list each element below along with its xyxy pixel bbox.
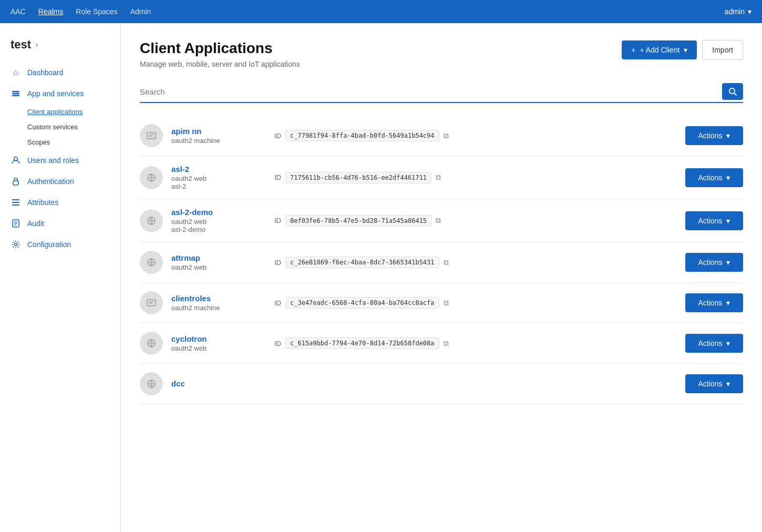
svg-rect-2: [12, 95, 19, 97]
sidebar-item-attributes[interactable]: Attributes: [0, 192, 120, 213]
svg-line-14: [734, 93, 736, 95]
actions-button[interactable]: Actions ▾: [685, 253, 743, 272]
client-type: oauth2 machine: [171, 137, 266, 145]
client-row: cyclotron oauth2 web ID c_615a9bbd-7794-…: [140, 323, 743, 364]
add-client-button[interactable]: + + Add Client ▾: [622, 40, 697, 59]
copy-icon[interactable]: ⧉: [444, 299, 449, 308]
search-icon: [728, 87, 737, 96]
web-icon: [140, 332, 163, 355]
star-icon: ☆: [11, 67, 21, 78]
sidebar-sub-scopes[interactable]: Scopes: [27, 135, 120, 150]
sidebar-label-dashboard: Dashboard: [27, 68, 64, 77]
client-slug: asl-2: [171, 182, 266, 190]
client-row: dcc Actions ▾: [140, 364, 743, 404]
client-name[interactable]: asl-2: [171, 165, 266, 173]
client-info: asl-2 oauth2 web asl-2: [171, 165, 266, 190]
page-subtitle: Manage web, mobile, server and IoT appli…: [140, 60, 300, 68]
sidebar-item-dashboard[interactable]: ☆ Dashboard: [0, 62, 120, 83]
web-icon: [140, 251, 163, 274]
nav-aac[interactable]: AAC: [11, 7, 26, 16]
client-info: cyclotron oauth2 web: [171, 334, 266, 352]
svg-rect-19: [147, 300, 156, 306]
copy-icon[interactable]: ⧉: [444, 131, 449, 140]
copy-icon[interactable]: ⧉: [444, 339, 449, 348]
client-id-value: c_615a9bbd-7794-4e70-8d14-72b658fde08a: [285, 337, 439, 349]
sidebar-label-audit: Audit: [27, 219, 44, 228]
sidebar-item-audit[interactable]: Audit: [0, 213, 120, 234]
actions-button[interactable]: Actions ▾: [685, 126, 743, 145]
client-id-section: ID c_77981f94-8ffa-4bad-b0fd-5649a1b54c9…: [274, 130, 677, 141]
nav-realms[interactable]: Realms: [38, 7, 63, 16]
client-name[interactable]: apim nn: [171, 127, 266, 136]
add-client-label: + Add Client: [640, 46, 679, 54]
sidebar-sub-client-apps[interactable]: Client applications: [27, 104, 120, 119]
actions-button[interactable]: Actions ▾: [685, 168, 743, 187]
sidebar-item-configuration[interactable]: Configuration: [0, 234, 120, 255]
client-name[interactable]: attrmap: [171, 253, 266, 262]
client-name[interactable]: cyclotron: [171, 334, 266, 343]
client-row: clientroles oauth2 machine ID c_3e47eadc…: [140, 283, 743, 323]
audit-icon: [11, 218, 21, 229]
client-list: apim nn oauth2 machine ID c_77981f94-8ff…: [140, 116, 743, 404]
client-type: oauth2 web: [171, 175, 266, 182]
machine-icon: [140, 291, 163, 314]
sidebar-item-authentication[interactable]: Authentication: [0, 171, 120, 192]
sidebar-label-configuration: Configuration: [27, 240, 71, 249]
user-chevron-icon: ▾: [748, 7, 751, 16]
actions-chevron-icon: ▾: [726, 217, 730, 225]
client-id-value: 8ef03fe6-78b5-47e5-bd28-71a545a86415: [285, 215, 431, 227]
actions-button[interactable]: Actions ▾: [685, 374, 743, 393]
client-name[interactable]: clientroles: [171, 294, 266, 303]
copy-icon[interactable]: ⧉: [436, 216, 441, 225]
user-menu[interactable]: admin ▾: [725, 7, 751, 16]
realm-name: test: [11, 38, 31, 52]
client-id-label: ID: [274, 217, 281, 224]
client-id-label: ID: [274, 173, 281, 181]
client-row: attrmap oauth2 web ID c_26e81869-f6ec-4b…: [140, 242, 743, 283]
svg-rect-15: [147, 132, 156, 139]
client-id-label: ID: [274, 340, 281, 347]
actions-chevron-icon: ▾: [726, 173, 730, 182]
nav-role-spaces[interactable]: Role Spaces: [76, 7, 117, 16]
search-button[interactable]: [722, 83, 743, 100]
client-id-section: ID c_26e81869-f6ec-4baa-8dc7-3665341b543…: [274, 257, 677, 268]
client-id-value: c_26e81869-f6ec-4baa-8dc7-3665341b5431: [285, 257, 439, 268]
nav-admin[interactable]: Admin: [130, 7, 151, 16]
copy-icon[interactable]: ⧉: [444, 258, 449, 267]
actions-button[interactable]: Actions ▾: [685, 334, 743, 353]
sidebar-label-authentication: Authentication: [27, 177, 74, 186]
person-icon: [11, 155, 21, 166]
sidebar-item-app-services[interactable]: App and services: [0, 83, 120, 104]
top-nav: AAC Realms Role Spaces Admin admin ▾: [0, 0, 762, 23]
client-id-section: ID c_3e47eadc-6568-4cfa-80a4-ba764cc8acf…: [274, 297, 677, 309]
client-name[interactable]: dcc: [171, 379, 266, 388]
svg-rect-0: [12, 91, 19, 93]
client-row: asl-2-demo oauth2 web asl-2-demo ID 8ef0…: [140, 199, 743, 242]
web-icon: [140, 209, 163, 232]
sidebar-label-users-roles: Users and roles: [27, 156, 79, 165]
sidebar-sub-custom-services[interactable]: Custom services: [27, 119, 120, 135]
svg-rect-4: [13, 181, 18, 185]
copy-icon[interactable]: ⧉: [436, 173, 441, 182]
actions-chevron-icon: ▾: [726, 299, 730, 307]
page-title: Client Applications: [140, 40, 300, 57]
actions-button[interactable]: Actions ▾: [685, 211, 743, 230]
actions-button[interactable]: Actions ▾: [685, 293, 743, 312]
client-row: apim nn oauth2 machine ID c_77981f94-8ff…: [140, 116, 743, 156]
actions-chevron-icon: ▾: [726, 380, 730, 388]
layers-icon: [11, 88, 21, 99]
actions-chevron-icon: ▾: [726, 258, 730, 267]
sidebar: test › ☆ Dashboard App and services Clie…: [0, 23, 121, 532]
client-name[interactable]: asl-2-demo: [171, 208, 266, 217]
client-info: clientroles oauth2 machine: [171, 294, 266, 312]
svg-rect-6: [12, 202, 19, 203]
realm-selector[interactable]: test ›: [0, 34, 120, 62]
client-id-label: ID: [274, 299, 281, 307]
web-icon: [140, 372, 163, 395]
sidebar-item-users-roles[interactable]: Users and roles: [0, 150, 120, 171]
realm-chevron-icon: ›: [35, 40, 38, 49]
search-input[interactable]: [140, 84, 717, 99]
main-content: Client Applications Manage web, mobile, …: [121, 23, 762, 532]
actions-chevron-icon: ▾: [726, 131, 730, 140]
import-button[interactable]: Import: [702, 40, 743, 60]
